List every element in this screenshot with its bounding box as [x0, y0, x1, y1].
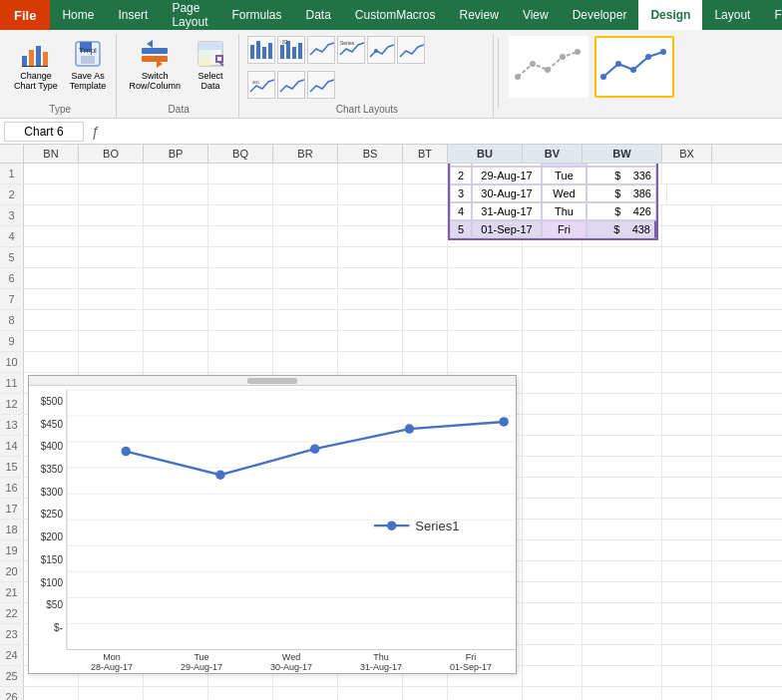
- chart-scroll-top[interactable]: [29, 376, 516, 386]
- cell-bt10[interactable]: [403, 352, 448, 372]
- cell-bv9[interactable]: [523, 331, 583, 351]
- tab-view[interactable]: View: [511, 0, 561, 30]
- cell-bp5[interactable]: [144, 247, 208, 267]
- cell-bw9[interactable]: [583, 331, 662, 351]
- cell-bw5[interactable]: [583, 247, 662, 267]
- cell-bn1[interactable]: [24, 164, 79, 183]
- cell-bw6[interactable]: [583, 268, 662, 288]
- cell-bq6[interactable]: [208, 268, 273, 288]
- cell-bn2[interactable]: [24, 184, 79, 204]
- cell-bv10[interactable]: [523, 352, 583, 372]
- cell-bs5[interactable]: [338, 247, 403, 267]
- cell-bx7[interactable]: [662, 289, 712, 309]
- cell-bx3[interactable]: [662, 205, 712, 225]
- cell-bt3[interactable]: [403, 205, 448, 225]
- cell-bo5[interactable]: [79, 247, 144, 267]
- cell-bn10[interactable]: [24, 352, 79, 372]
- cell-bq9[interactable]: [208, 331, 273, 351]
- cell-bt1[interactable]: [403, 164, 448, 183]
- cell-bp7[interactable]: [144, 289, 208, 309]
- cell-bv7[interactable]: [523, 289, 583, 309]
- chart-layout-7[interactable]: 400: [247, 71, 275, 99]
- col-header-bv[interactable]: BV: [523, 145, 583, 163]
- cell-bu8[interactable]: [448, 310, 523, 330]
- tab-page-layout[interactable]: Page Layout: [160, 0, 219, 30]
- cell-bs3[interactable]: [338, 205, 403, 225]
- chart-layout-2[interactable]: 82: [277, 36, 305, 64]
- cell-bt7[interactable]: [403, 289, 448, 309]
- cell-bn5[interactable]: [24, 247, 79, 267]
- col-header-bu[interactable]: BU: [448, 145, 523, 163]
- cell-bo2[interactable]: [79, 184, 144, 204]
- cell-bt5[interactable]: [403, 247, 448, 267]
- chart-overlay[interactable]: $500 $450 $400 $350 $300 $250 $200 $150 …: [28, 375, 517, 674]
- chart-layout-1[interactable]: [247, 36, 275, 64]
- cell-bx6[interactable]: [662, 268, 712, 288]
- cell-bq10[interactable]: [208, 352, 273, 372]
- cell-bt4[interactable]: [403, 226, 448, 246]
- chart-layout-6[interactable]: [397, 36, 425, 64]
- tab-home[interactable]: Home: [50, 0, 106, 30]
- cell-br5[interactable]: [273, 247, 338, 267]
- change-chart-type-button[interactable]: ChangeChart Type: [10, 36, 62, 94]
- cell-bs1[interactable]: [338, 164, 403, 183]
- formula-input[interactable]: [108, 125, 778, 139]
- cell-bt8[interactable]: [403, 310, 448, 330]
- cell-bp2[interactable]: [144, 184, 208, 204]
- cell-bo8[interactable]: [79, 310, 144, 330]
- cell-bq1[interactable]: [208, 164, 273, 183]
- cell-bo1[interactable]: [79, 164, 144, 183]
- cell-bv6[interactable]: [523, 268, 583, 288]
- col-header-bt[interactable]: BT: [403, 145, 448, 163]
- chart-layout-9[interactable]: [307, 71, 335, 99]
- tab-formulas[interactable]: Formulas: [219, 0, 293, 30]
- cell-bp8[interactable]: [144, 310, 208, 330]
- cell-bu5[interactable]: [448, 247, 523, 267]
- cell-bt9[interactable]: [403, 331, 448, 351]
- cell-br9[interactable]: [273, 331, 338, 351]
- cell-br2[interactable]: [273, 184, 338, 204]
- cell-bq2[interactable]: [208, 184, 273, 204]
- cell-bp9[interactable]: [144, 331, 208, 351]
- tab-layout[interactable]: Layout: [702, 0, 762, 30]
- col-header-bp[interactable]: BP: [144, 145, 208, 163]
- cell-bx1[interactable]: [662, 164, 712, 183]
- cell-bt2[interactable]: [403, 184, 448, 204]
- cell-bw8[interactable]: [583, 310, 662, 330]
- col-header-bs[interactable]: BS: [338, 145, 403, 163]
- cell-br1[interactable]: [273, 164, 338, 183]
- tab-custom-macros[interactable]: CustomMacros: [343, 0, 448, 30]
- cell-bo4[interactable]: [79, 226, 144, 246]
- col-header-bq[interactable]: BQ: [208, 145, 273, 163]
- cell-bw10[interactable]: [583, 352, 662, 372]
- cell-bx5[interactable]: [662, 247, 712, 267]
- cell-bn9[interactable]: [24, 331, 79, 351]
- cell-bp10[interactable]: [144, 352, 208, 372]
- col-header-bx[interactable]: BX: [662, 145, 712, 163]
- tab-format[interactable]: Format: [762, 0, 782, 30]
- cell-bq8[interactable]: [208, 310, 273, 330]
- col-header-bw[interactable]: BW: [583, 145, 662, 163]
- cell-bx9[interactable]: [662, 331, 712, 351]
- cell-br4[interactable]: [273, 226, 338, 246]
- chart-layout-4[interactable]: Series: [337, 36, 365, 64]
- cell-bx4[interactable]: [662, 226, 712, 246]
- chart-layout-5[interactable]: [367, 36, 395, 64]
- cell-bo9[interactable]: [79, 331, 144, 351]
- cell-bx8[interactable]: [662, 310, 712, 330]
- tab-design[interactable]: Design: [638, 0, 702, 30]
- cell-bu10[interactable]: [448, 352, 523, 372]
- save-as-template-button[interactable]: Tmpl Save AsTemplate: [66, 36, 111, 94]
- select-data-button[interactable]: SelectData: [189, 36, 232, 94]
- cell-bn6[interactable]: [24, 268, 79, 288]
- cell-bp6[interactable]: [144, 268, 208, 288]
- cell-bq7[interactable]: [208, 289, 273, 309]
- cell-bs8[interactable]: [338, 310, 403, 330]
- name-box[interactable]: [4, 122, 84, 142]
- col-header-bn[interactable]: BN: [24, 145, 79, 163]
- cell-bu9[interactable]: [448, 331, 523, 351]
- cell-bs9[interactable]: [338, 331, 403, 351]
- cell-bv5[interactable]: [523, 247, 583, 267]
- cell-bo7[interactable]: [79, 289, 144, 309]
- cell-bn4[interactable]: [24, 226, 79, 246]
